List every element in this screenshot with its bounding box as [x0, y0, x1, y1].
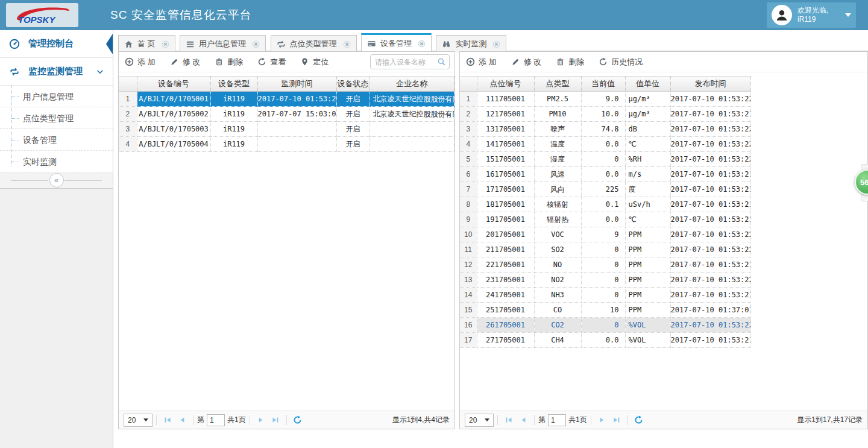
first-page-button[interactable] — [502, 413, 516, 427]
sidebar-item-point-type[interactable]: 点位类型管理 — [0, 107, 113, 129]
sidebar-collapse-bar[interactable]: « — [0, 172, 113, 189]
point-table-row[interactable]: 1 111705001 PM2.5 9.0 μg/m³ 2017-07-10 0… — [460, 92, 750, 107]
col-point-type[interactable]: 点类型 — [534, 77, 581, 92]
last-page-button[interactable] — [268, 413, 283, 427]
search-icon[interactable] — [437, 57, 446, 66]
device-search — [370, 54, 450, 69]
device-table-row[interactable]: 2 A/BJLT/0/1705002 iR119 2017-07-07 15:0… — [119, 107, 454, 122]
cell-current-value: 0 — [581, 318, 625, 333]
next-page-button[interactable] — [595, 413, 609, 427]
sidebar-item-monitoring[interactable]: 监控监测管理 — [0, 58, 113, 86]
col-device-type[interactable]: 设备类型 — [210, 77, 257, 92]
last-page-button[interactable] — [609, 413, 624, 427]
cell-company: 北京凌天世纪控股股份有限 — [370, 92, 454, 107]
chevron-down-icon[interactable] — [96, 68, 104, 76]
point-table-row[interactable]: 12 221705001 NO 0 PPM 2017-07-10 01:53:2… — [460, 257, 750, 273]
point-table-row[interactable]: 17 271705001 CH4 0.0 %VOL 2017-07-10 01:… — [460, 333, 750, 348]
col-rownum[interactable] — [460, 77, 477, 92]
delete-button[interactable]: 删除 — [212, 55, 245, 69]
point-table-row[interactable]: 15 251705001 CO 10 PPM 2017-07-10 01:37:… — [460, 303, 750, 318]
cell-publish-time: 2017-07-10 01:53:22 — [670, 137, 750, 152]
col-device-status[interactable]: 设备状态 — [336, 77, 370, 92]
device-table-row[interactable]: 4 A/BJLT/0/1705004 iR119 开启 — [119, 137, 454, 152]
cell-current-value: 0.0 — [581, 212, 625, 227]
sidebar-submenu: 用户信息管理 点位类型管理 设备管理 实时监测 — [0, 86, 113, 172]
map-pin-icon — [300, 57, 309, 66]
point-table-row[interactable]: 2 121705001 PM10 10.0 μg/m³ 2017-07-10 0… — [460, 107, 750, 122]
cell-point-type: CO — [534, 303, 581, 318]
user-caret-down-icon[interactable] — [845, 13, 851, 17]
device-table-row[interactable]: 1 A/BJLT/0/1705001 iR119 2017-07-10 01:5… — [119, 92, 454, 107]
point-table-row[interactable]: 13 231705001 NO2 0 PPM 2017-07-10 01:53:… — [460, 273, 750, 288]
point-table-row[interactable]: 8 181705001 核辐射 0.1 uSv/h 2017-07-10 01:… — [460, 197, 750, 212]
page-size-select[interactable]: 20 — [465, 414, 494, 427]
col-current-value[interactable]: 当前值 — [581, 77, 625, 92]
view-button[interactable]: 查看 — [255, 55, 288, 69]
cell-device-type: iR119 — [210, 107, 257, 122]
close-icon[interactable] — [343, 40, 351, 48]
close-icon[interactable] — [492, 40, 500, 48]
cell-publish-time: 2017-07-10 01:53:21 — [670, 288, 750, 303]
point-table-row[interactable]: 7 171705001 风向 225 度 2017-07-10 01:53:21 — [460, 182, 750, 197]
tab-realtime-monitor[interactable]: 实时监测 — [436, 35, 506, 52]
point-table-row[interactable]: 14 241705001 NH3 0 PPM 2017-07-10 01:53:… — [460, 288, 750, 303]
point-table-row[interactable]: 10 201705001 VOC 9 PPM 2017-07-10 01:53:… — [460, 227, 750, 242]
prev-page-button[interactable] — [516, 413, 530, 427]
tab-device-management[interactable]: 设备管理 — [361, 33, 432, 52]
point-table-row[interactable]: 6 161705001 风速 0.0 m/s 2017-07-10 01:53:… — [460, 167, 750, 182]
cell-current-value: 0.1 — [581, 197, 625, 212]
device-table-header: 设备编号 设备类型 监测时间 设备状态 企业名称 — [119, 77, 454, 92]
user-menu[interactable]: 欢迎光临, iR119 — [767, 2, 856, 28]
point-table-row[interactable]: 3 131705001 噪声 74.8 dB 2017-07-10 01:53:… — [460, 122, 750, 137]
page-number-input[interactable] — [207, 414, 225, 426]
col-device-id[interactable]: 设备编号 — [137, 77, 210, 92]
close-icon[interactable] — [418, 40, 426, 48]
close-icon[interactable] — [162, 40, 169, 48]
refresh-button[interactable] — [291, 413, 305, 427]
sidebar-item-realtime[interactable]: 实时监测 — [0, 151, 113, 172]
add-button[interactable]: 添 加 — [464, 55, 499, 69]
prev-page-icon — [520, 416, 527, 424]
cell-device-id: A/BJLT/0/1705002 — [137, 107, 210, 122]
tab-user-info[interactable]: 用户信息管理 — [180, 35, 266, 52]
sidebar-item-user-info[interactable]: 用户信息管理 — [0, 86, 113, 107]
refresh-button[interactable] — [632, 413, 646, 427]
point-table-row[interactable]: 16 261705001 CO2 0 %VOL 2017-07-10 01:53… — [460, 318, 750, 333]
edit-button[interactable]: 修 改 — [168, 55, 203, 69]
col-rownum[interactable] — [119, 77, 137, 92]
col-unit[interactable]: 值单位 — [625, 77, 670, 92]
point-table-row[interactable]: 4 141705001 温度 0.0 ℃ 2017-07-10 01:53:22 — [460, 137, 750, 152]
next-page-icon — [257, 416, 265, 424]
cell-publish-time: 2017-07-10 01:53:21 — [670, 182, 750, 197]
close-icon[interactable] — [252, 40, 260, 48]
cell-current-value: 10.0 — [581, 107, 625, 122]
collapse-icon[interactable]: « — [49, 173, 64, 188]
point-table-row[interactable]: 11 211705001 SO2 0 PPM 2017-07-10 01:53:… — [460, 242, 750, 257]
next-page-icon — [598, 416, 606, 424]
sidebar: 管理控制台 监控监测管理 用户信息管理 点位类型管理 设备管理 实时监测 « — [0, 30, 113, 448]
point-table: 点位编号 点类型 当前值 值单位 发布时间 1 111705001 PM2.5 … — [460, 76, 751, 348]
person-icon — [775, 8, 788, 22]
history-button[interactable]: 历史情况 — [596, 55, 645, 69]
cell-current-value: 0 — [581, 273, 625, 288]
page-number-input[interactable] — [548, 414, 566, 426]
delete-button[interactable]: 删除 — [553, 55, 587, 69]
point-table-row[interactable]: 5 151705001 湿度 0 %RH 2017-07-10 01:53:22 — [460, 152, 750, 167]
sidebar-item-device[interactable]: 设备管理 — [0, 129, 113, 151]
col-monitor-time[interactable]: 监测时间 — [257, 77, 336, 92]
sidebar-item-console[interactable]: 管理控制台 — [0, 30, 113, 58]
col-company[interactable]: 企业名称 — [370, 77, 454, 92]
next-page-button[interactable] — [254, 413, 268, 427]
col-publish-time[interactable]: 发布时间 — [670, 77, 750, 92]
col-point-id[interactable]: 点位编号 — [477, 77, 534, 92]
device-table-row[interactable]: 3 A/BJLT/0/1705003 iR119 开启 — [119, 122, 454, 137]
edit-button[interactable]: 修 改 — [509, 55, 544, 69]
prev-page-button[interactable] — [175, 413, 189, 427]
first-page-button[interactable] — [160, 413, 175, 427]
tab-point-type[interactable]: 点位类型管理 — [271, 35, 357, 52]
page-size-select[interactable]: 20 — [124, 414, 153, 427]
add-button[interactable]: 添 加 — [122, 55, 158, 69]
locate-button[interactable]: 定位 — [298, 55, 331, 69]
point-table-row[interactable]: 9 191705001 辐射热 0.0 ℃ 2017-07-10 01:53:2… — [460, 212, 750, 227]
tab-home[interactable]: 首 页 — [118, 35, 175, 52]
